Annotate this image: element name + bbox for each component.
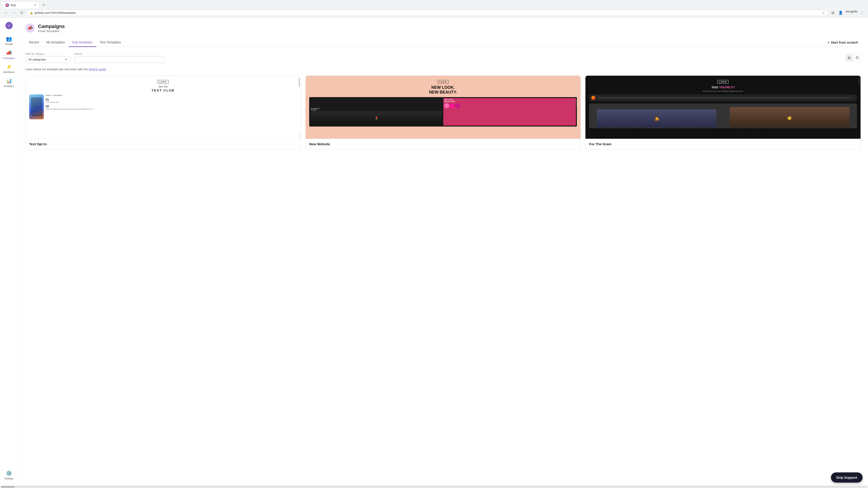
template-name-new-website: New Website — [306, 139, 581, 149]
tab-my-templates[interactable]: My templates — [42, 38, 68, 47]
app-layout: ☺ 👥 People 📣 Campaigns ⚡ Workflows 📊 Ana… — [0, 18, 868, 485]
back-button[interactable]: ← — [3, 10, 9, 16]
sidebar-label-workflows: Workflows — [3, 71, 15, 73]
chevron-down-icon: ▼ — [65, 58, 68, 61]
info-text-suffix: . — [107, 68, 108, 71]
analytics-icon: 📊 — [6, 78, 12, 84]
sidebar-label-campaigns: Campaigns — [3, 57, 16, 59]
template-name-text-opt-in: Text Opt In — [26, 139, 301, 149]
mydrip-guide-link[interactable]: MyDrip guide — [89, 68, 106, 71]
template-preview-text-opt-in: LOGO Join Our TEXT CLUB 📱 HOW IT WORKS: — [26, 76, 301, 139]
template-card-new-website[interactable]: LOGO NEW LOOK.NEW BEAUTY. MAGNETIC EYELI… — [305, 75, 581, 149]
lock-icon: 🔒 — [30, 11, 33, 14]
sidebar-label-people: People — [5, 43, 13, 45]
bottom-scrollbar[interactable] — [0, 485, 868, 488]
url-text: getdrip.com/7641396/templates — [35, 11, 821, 14]
list-view-button[interactable]: ☰ — [854, 54, 861, 61]
sidebar-label-analytics: Analytics — [4, 85, 14, 88]
template-card-for-the-gram[interactable]: LOGO TAG! YOU'RE IT! We wanted to give o… — [585, 75, 861, 149]
template-name-for-the-gram: For The Gram — [585, 139, 861, 149]
sidebar-item-workflows[interactable]: ⚡ Workflows — [1, 62, 17, 75]
star-icon[interactable]: ☆ — [822, 11, 825, 14]
tab-drip-templates[interactable]: Drip templates — [69, 38, 96, 47]
sidebar: ☺ 👥 People 📣 Campaigns ⚡ Workflows 📊 Ana… — [0, 18, 18, 485]
sidebar-item-campaigns[interactable]: 📣 Campaigns — [1, 48, 17, 61]
drip-support-button[interactable]: Drip Support — [831, 473, 863, 483]
template-preview-for-the-gram: LOGO TAG! YOU'RE IT! We wanted to give o… — [585, 76, 861, 139]
page-header-text: Campaigns Email Templates — [38, 24, 65, 33]
search-label: Search — [74, 53, 164, 55]
campaigns-icon: 📣 — [6, 50, 12, 56]
scrollbar-thumb[interactable] — [1, 486, 14, 488]
start-from-scratch-label: Start from scratch — [831, 41, 858, 44]
main-content: 📣 Campaigns Email Templates Recent My te… — [18, 18, 868, 485]
search-input[interactable] — [77, 58, 162, 61]
browser-actions: ⊞ 👤 Incognito ⋮ — [830, 10, 865, 16]
svg-text:☺: ☺ — [7, 24, 11, 27]
address-bar[interactable]: 🔒 getdrip.com/7641396/templates ☆ — [26, 10, 828, 16]
template-grid: LOGO Join Our TEXT CLUB 📱 HOW IT WORKS: — [25, 75, 861, 149]
people-icon: 👥 — [6, 36, 12, 42]
category-filter-select[interactable]: All categories ▼ — [25, 56, 70, 63]
sidebar-item-analytics[interactable]: 📊 Analytics — [1, 76, 17, 89]
workflows-icon: ⚡ — [6, 64, 12, 70]
browser-title-bar: 🎯 Drip × + — [0, 0, 868, 8]
tab-title: Drip — [10, 3, 16, 7]
info-text: Learn about our template tips and tricks… — [25, 68, 861, 71]
scrollbar-track — [1, 486, 867, 488]
plus-icon: + — [828, 41, 829, 44]
filter-bar: Filter by category All categories ▼ Sear… — [25, 53, 861, 63]
search-input-wrapper — [74, 56, 164, 63]
reload-button[interactable]: ↻ — [19, 10, 25, 16]
sidebar-item-people[interactable]: 👥 People — [1, 34, 17, 47]
page-subtitle: Email Templates — [38, 29, 65, 33]
campaigns-header-icon: 📣 — [25, 23, 35, 33]
browser-nav: ← → ↻ 🔒 getdrip.com/7641396/templates ☆ … — [0, 8, 868, 18]
template-preview-new-website: LOGO NEW LOOK.NEW BEAUTY. MAGNETIC EYELI… — [306, 76, 581, 139]
grid-view-button[interactable]: ⊞ — [846, 54, 852, 61]
tab-close-button[interactable]: × — [34, 3, 36, 7]
svg-text:📣: 📣 — [27, 25, 33, 31]
tab-favicon: 🎯 — [5, 3, 9, 7]
category-filter-label: Filter by category — [25, 53, 70, 55]
tab-recent[interactable]: Recent — [25, 38, 42, 47]
info-text-prefix: Learn about our template tips and tricks… — [25, 68, 88, 71]
new-tab-button[interactable]: + — [41, 2, 47, 8]
incognito-button[interactable]: 👤 — [837, 10, 844, 16]
sidebar-item-settings[interactable]: ⚙️ Settings — [1, 468, 17, 482]
tabs-bar: Recent My templates Drip templates Text … — [25, 38, 861, 47]
template-card-text-opt-in[interactable]: LOGO Join Our TEXT CLUB 📱 HOW IT WORKS: — [25, 75, 301, 149]
category-filter-value: All categories — [28, 58, 46, 61]
sidebar-label-settings: Settings — [4, 477, 13, 480]
app-logo: ☺ — [5, 22, 13, 31]
page-title: Campaigns — [38, 24, 65, 29]
incognito-label: Incognito — [846, 10, 858, 16]
page-header: 📣 Campaigns Email Templates — [25, 23, 861, 33]
view-toggles: ⊞ ☰ — [846, 54, 861, 61]
menu-button[interactable]: ⋮ — [859, 10, 865, 16]
tab-text-templates[interactable]: Text Templates — [96, 38, 125, 47]
settings-icon: ⚙️ — [6, 470, 12, 476]
extensions-button[interactable]: ⊞ — [830, 10, 836, 16]
forward-button[interactable]: → — [11, 10, 17, 16]
browser-tab[interactable]: 🎯 Drip × — [3, 2, 39, 8]
category-filter-group: Filter by category All categories ▼ — [25, 53, 70, 63]
search-group: Search — [74, 53, 164, 63]
browser-chrome: 🎯 Drip × + ← → ↻ 🔒 getdrip.com/7641396/t… — [0, 0, 868, 18]
start-from-scratch-button[interactable]: + Start from scratch — [825, 39, 861, 46]
